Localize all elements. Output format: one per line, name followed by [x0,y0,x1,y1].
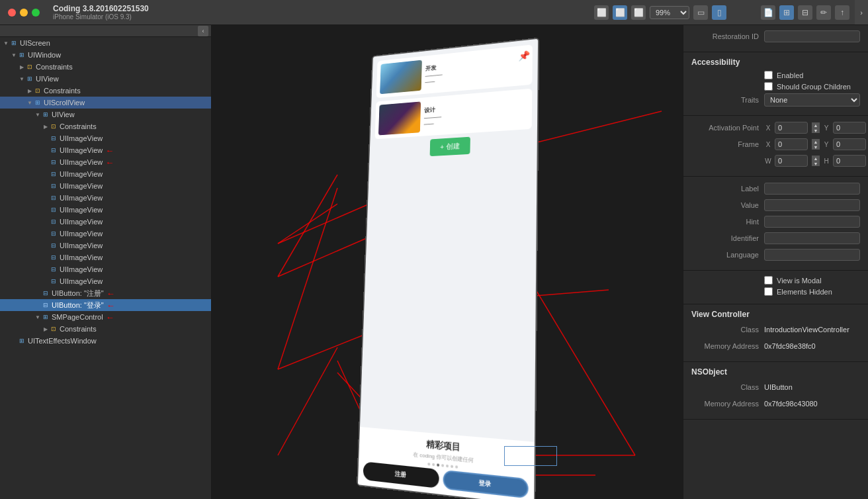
uiimageview10-icon: ⊟ [49,241,58,250]
nav-item-uiimageview13[interactable]: ⊟ UIImageView [0,275,211,287]
structure-icon[interactable]: ⊞ [779,5,794,20]
activation-point-label: Activation Point [691,124,764,132]
minimize-button[interactable] [20,9,28,17]
x-stepper-down[interactable]: ▼ [812,128,820,133]
device-toggle-2[interactable]: ▯ [712,5,726,20]
expand-uiscreen[interactable] [3,40,9,46]
nav-item-uiimageview3[interactable]: ⊟ UIImageView ← [0,156,211,168]
nav-item-uiimageview7[interactable]: ⊟ UIImageView [0,204,211,216]
expand-uiwindow[interactable] [11,52,17,58]
frame-x-stepper-down[interactable]: ▼ [812,144,820,150]
share-icon[interactable]: ↑ [835,5,849,20]
activation-point-coords: X ▲ ▼ Y ▲ ▼ [764,122,868,134]
app-title: Coding 3.8.201602251530 [53,4,149,13]
frame-x-stepper-up[interactable]: ▲ [812,139,820,144]
nav-item-constraints1[interactable]: ⊡ Constraints [0,61,211,73]
nav-item-uiimageview1[interactable]: ⊟ UIImageView [0,132,211,144]
view-toggle-2[interactable]: ⬜ [613,5,627,20]
nav-item-uiimageview5[interactable]: ⊟ UIImageView [0,180,211,192]
uiscrollview-label: UIScrollView [44,99,85,107]
nav-item-smpagecontrol[interactable]: ⊞ SMPageControl ← [0,311,211,323]
nav-item-uibutton2[interactable]: ⊟ UIButton: "登录" ← [0,299,211,311]
ns-memory-row: Memory Address 0x7fdc98c43080 [691,397,860,410]
frame-y-input[interactable] [833,138,866,150]
expand-smpagecontrol[interactable] [34,314,41,320]
expand-constraints3[interactable] [42,123,49,130]
nav-item-uiview2[interactable]: ⊞ UIView [0,109,211,120]
value-row: Value [691,199,860,212]
frame-x-input[interactable] [775,138,808,150]
frame-w-input[interactable] [775,155,808,167]
view-is-modal-checkbox[interactable] [764,276,773,285]
expand-constraints2[interactable] [26,87,33,94]
ns-memory-label: Memory Address [691,400,764,408]
panel-toggle-right[interactable]: › [855,0,868,24]
register-button[interactable]: 注册 [363,461,439,488]
nav-item-uitexteffects[interactable]: ⊞ UITextEffectsWindow [0,335,211,347]
view-controller-title: View Controller [691,310,860,319]
smpagecontrol-icon: ⊞ [41,312,50,322]
create-button[interactable]: + 创建 [430,137,470,156]
nav-item-uiimageview12[interactable]: ⊟ UIImageView [0,263,211,275]
elements-hidden-checkbox[interactable] [764,287,773,296]
view-toggle-3[interactable]: ⬜ [631,5,646,20]
hint-row: Hint [691,215,860,228]
nav-item-uiwindow[interactable]: ⊞ UIWindow [0,49,211,61]
red-arrow-5: ← [106,312,114,322]
nsobject-section: NSObject Class UIButton Memory Address 0… [683,362,868,420]
expand-constraints4[interactable] [42,326,49,332]
expand-uiscrollview[interactable] [26,99,33,106]
nav-item-uiscrollview[interactable]: ⊞ UIScrollView [0,97,211,109]
nav-item-uiimageview2[interactable]: ⊟ UIImageView ← [0,144,211,156]
x-stepper-up[interactable]: ▲ [812,122,820,128]
nav-item-constraints2[interactable]: ⊡ Constraints [0,85,211,97]
nav-item-constraints4[interactable]: ⊡ Constraints [0,323,211,335]
zoom-selector[interactable]: 99% 100% 75% 50% [650,6,689,19]
expand-uiview[interactable] [19,75,25,82]
activation-y-input[interactable] [833,122,866,134]
nav-item-uibutton1[interactable]: ⊟ UIButton: "注册" ← [0,287,211,299]
document-icon[interactable]: 📄 [761,5,775,20]
expand-uiview2[interactable] [34,111,41,118]
frame-xy-coords: X ▲ ▼ Y ▲ ▼ [764,138,868,150]
identifier-input[interactable] [764,232,860,244]
traits-select[interactable]: None Button Link Header Selected [764,93,860,107]
view-toggle-1[interactable]: ⬜ [594,5,609,20]
grid-icon[interactable]: ⊟ [798,5,812,20]
expand-constraints1[interactable] [19,64,25,70]
language-input[interactable] [764,249,860,261]
enabled-label: Enabled [777,71,803,79]
uiimageview7-icon: ⊟ [49,205,58,214]
card-1-text: 开发 ━━━━━━━ ━━━━ [425,54,528,85]
nav-item-uiimageview9[interactable]: ⊟ UIImageView [0,228,211,240]
value-input[interactable] [764,199,860,211]
nav-item-constraints3[interactable]: ⊡ Constraints [0,120,211,132]
paint-icon[interactable]: ✏ [816,5,831,20]
nav-item-uiimageview11[interactable]: ⊟ UIImageView [0,251,211,263]
vc-memory-value: 0x7fdc98e38fc0 [764,342,860,350]
uiwindow-label: UIWindow [28,51,61,59]
activation-x-input[interactable] [775,122,808,134]
close-button[interactable] [8,9,16,17]
nav-item-uiimageview10[interactable]: ⊟ UIImageView [0,240,211,251]
hint-input[interactable] [764,216,860,228]
restoration-id-input[interactable] [764,30,860,42]
uiwindow-icon: ⊞ [17,50,26,60]
device-screen: 开发 ━━━━━━━ ━━━━ 📌 设计 [358,39,538,499]
collapse-panel-btn[interactable]: ‹ [198,26,208,36]
uiimageview3-label: UIImageView [60,158,103,166]
nav-item-uiimageview6[interactable]: ⊟ UIImageView [0,192,211,204]
nav-item-uiview[interactable]: ⊞ UIView [0,73,211,85]
enabled-checkbox[interactable] [764,71,773,79]
frame-h-input[interactable] [833,155,866,167]
nav-item-uiscreen[interactable]: ⊞ UIScreen [0,37,211,49]
should-group-children-checkbox[interactable] [764,82,773,91]
nav-item-uiimageview4[interactable]: ⊟ UIImageView [0,168,211,180]
maximize-button[interactable] [32,9,40,17]
nav-item-uiimageview8[interactable]: ⊟ UIImageView [0,216,211,228]
frame-w-stepper-down[interactable]: ▼ [812,161,820,166]
frame-w-stepper-up[interactable]: ▲ [812,156,820,161]
uibutton1-icon: ⊟ [41,289,50,298]
label-input[interactable] [764,183,860,195]
device-toggle-1[interactable]: ▭ [693,5,708,20]
